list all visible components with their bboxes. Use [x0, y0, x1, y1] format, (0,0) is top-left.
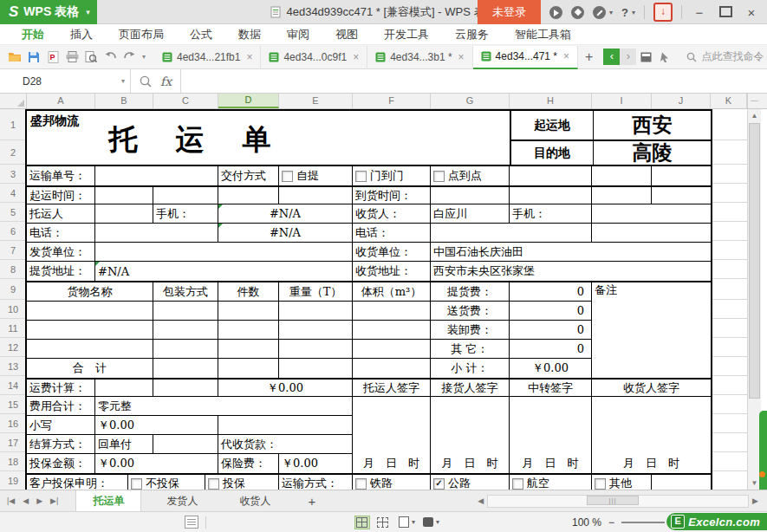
- form-cell[interactable]: 0: [510, 340, 592, 359]
- first-sheet-icon[interactable]: |◀: [7, 496, 15, 505]
- chevron-down-icon[interactable]: ▾: [632, 9, 635, 16]
- doc-tab-2[interactable]: 4ed34...0c9f1×: [261, 46, 367, 69]
- column-header-H[interactable]: H: [510, 94, 592, 108]
- form-cell[interactable]: 0: [510, 321, 592, 340]
- form-cell[interactable]: [510, 187, 592, 204]
- form-cell[interactable]: [279, 359, 353, 378]
- form-cell[interactable]: [431, 397, 510, 416]
- form-cell[interactable]: 零元整: [95, 397, 353, 416]
- scroll-up-icon[interactable]: ▲: [748, 109, 761, 122]
- last-sheet-icon[interactable]: ▶|: [50, 496, 58, 505]
- pointer-tool-icon[interactable]: [655, 48, 674, 67]
- doc-tab-3[interactable]: 4ed34...3b1 *×: [367, 46, 472, 69]
- column-header-B[interactable]: B: [95, 94, 153, 108]
- column-header-G[interactable]: G: [431, 94, 510, 108]
- form-cell[interactable]: 体积（m³）: [353, 282, 431, 302]
- form-cell[interactable]: 点到点: [431, 166, 510, 185]
- row-header-2[interactable]: 2: [0, 140, 26, 165]
- form-cell[interactable]: 接货人签字: [431, 380, 510, 397]
- form-cell[interactable]: [153, 187, 218, 204]
- checkbox-unchecked[interactable]: [208, 478, 219, 490]
- form-cell[interactable]: [652, 166, 711, 185]
- origin-value-cell[interactable]: 西安: [594, 111, 711, 139]
- form-cell[interactable]: #N/A: [218, 224, 353, 243]
- row-header-5[interactable]: 5: [0, 203, 26, 222]
- form-cell[interactable]: 其他: [592, 475, 652, 490]
- form-cell[interactable]: 不投保: [128, 475, 205, 490]
- row-header-10[interactable]: 10: [0, 300, 26, 319]
- close-icon[interactable]: ×: [246, 51, 252, 63]
- form-cell[interactable]: 包装方式: [153, 282, 218, 302]
- form-cell[interactable]: [353, 397, 431, 416]
- doc-tab-4[interactable]: 4ed34...471 *×: [473, 46, 578, 69]
- select-all-corner[interactable]: [0, 94, 27, 108]
- form-cell[interactable]: 铁路: [353, 475, 431, 490]
- close-button[interactable]: ×: [743, 5, 760, 20]
- menu-tab-1[interactable]: 开始: [9, 27, 57, 42]
- form-cell[interactable]: 投保: [205, 475, 279, 490]
- page-layout-view-icon[interactable]: [396, 516, 412, 529]
- promo-sidebar[interactable]: [759, 411, 767, 490]
- form-cell[interactable]: 合 计: [27, 359, 153, 378]
- form-cell[interactable]: ￥0.00: [218, 380, 353, 397]
- promo-dot[interactable]: [759, 471, 765, 477]
- form-cell[interactable]: [510, 397, 592, 416]
- tab-scroll-left-button[interactable]: ‹: [603, 49, 620, 65]
- print-preview-icon[interactable]: [81, 48, 101, 67]
- form-cell[interactable]: [652, 187, 711, 204]
- form-cell[interactable]: [431, 435, 510, 454]
- chevron-down-icon[interactable]: ▾: [436, 518, 439, 526]
- form-cell[interactable]: [95, 224, 218, 243]
- form-cell[interactable]: 代收货款：: [218, 435, 353, 454]
- form-cell[interactable]: 结算方式：: [27, 435, 95, 454]
- form-cell[interactable]: [279, 187, 353, 204]
- checkbox-unchecked[interactable]: [512, 478, 523, 490]
- form-cell[interactable]: [592, 416, 711, 435]
- form-cell[interactable]: 运费计算：: [27, 380, 95, 397]
- menu-tab-4[interactable]: 公式: [177, 27, 225, 42]
- zoom-out-icon[interactable]: −: [608, 516, 614, 529]
- checkbox-unchecked[interactable]: [595, 478, 606, 490]
- form-cell[interactable]: [218, 321, 279, 340]
- checkbox-unchecked[interactable]: [355, 171, 367, 182]
- row-header-6[interactable]: 6: [0, 222, 26, 241]
- form-cell[interactable]: 运输方式：: [279, 475, 353, 490]
- form-cell[interactable]: 自提: [279, 166, 353, 185]
- row-header-11[interactable]: 11: [0, 319, 26, 338]
- form-cell[interactable]: 送货费：: [431, 302, 510, 321]
- form-cell[interactable]: ￥0.00: [95, 454, 218, 473]
- normal-view-icon[interactable]: [354, 516, 370, 529]
- form-cell[interactable]: 重量（T）: [279, 282, 353, 302]
- open-file-icon[interactable]: [5, 48, 24, 67]
- new-doc-tab-button[interactable]: +: [578, 49, 600, 65]
- form-title-cell[interactable]: 托运单: [27, 111, 353, 165]
- column-header-I[interactable]: I: [592, 94, 652, 108]
- form-cell[interactable]: 起运时间：: [27, 187, 95, 204]
- form-cell[interactable]: [218, 187, 279, 204]
- close-icon[interactable]: ×: [563, 50, 569, 62]
- form-cell[interactable]: ￥0.00: [95, 416, 218, 435]
- form-cell[interactable]: 备注: [592, 282, 711, 302]
- form-cell[interactable]: ✓公路: [431, 475, 510, 490]
- menu-tab-9[interactable]: 云服务: [442, 27, 502, 42]
- form-cell[interactable]: 费用合计：: [27, 397, 95, 416]
- form-cell[interactable]: 月 日 时: [510, 454, 592, 473]
- form-cell[interactable]: 月 日 时: [592, 454, 711, 473]
- row-header-8[interactable]: 8: [0, 260, 26, 279]
- form-cell[interactable]: 0: [510, 282, 592, 302]
- scroll-right-icon[interactable]: ▶: [752, 496, 758, 505]
- form-cell[interactable]: 收货人签字: [592, 380, 711, 397]
- form-cell[interactable]: 白应川: [431, 204, 510, 224]
- form-cell[interactable]: 其 它：: [431, 340, 510, 359]
- form-cell[interactable]: 托运人签字: [353, 380, 431, 397]
- horizontal-scrollbar[interactable]: |||: [487, 495, 749, 508]
- form-cell[interactable]: 件数: [218, 282, 279, 302]
- form-cell[interactable]: 收货单位：: [353, 243, 431, 262]
- form-cell[interactable]: 中国石油长庆油田: [431, 243, 711, 262]
- skin-icon[interactable]: [549, 6, 562, 19]
- form-cell[interactable]: [510, 166, 592, 185]
- form-cell[interactable]: 货物名称: [27, 282, 153, 302]
- form-cell[interactable]: [218, 302, 279, 321]
- sheet-tab-1[interactable]: 托运单: [75, 490, 141, 511]
- login-button[interactable]: 未登录: [478, 0, 541, 24]
